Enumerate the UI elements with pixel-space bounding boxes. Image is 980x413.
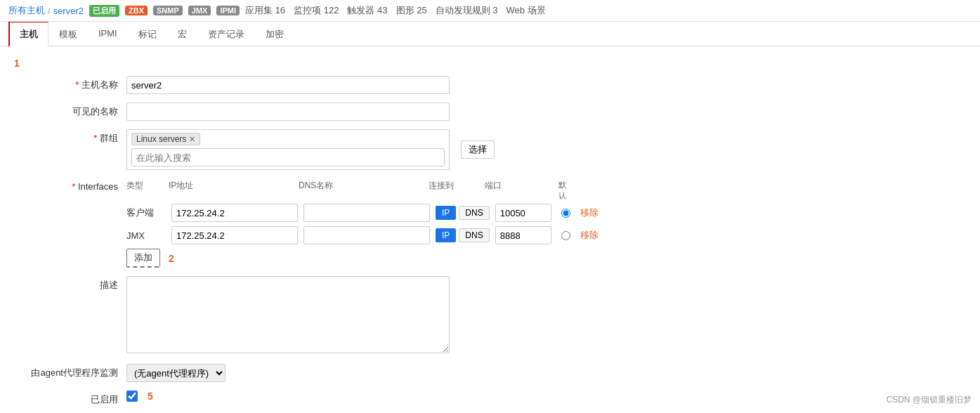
interfaces-row: Interfaces 类型 IP地址 DNS名称 连接到 端口 默认 客户端 I… (14, 178, 966, 268)
watermark: CSDN @烟锁重楼旧梦 (886, 394, 972, 406)
tab-macro[interactable]: 宏 (167, 22, 197, 46)
group-row: 群组 Linux servers ✕ 选择 (14, 129, 966, 170)
breadcrumb: 所有主机 / server2 (8, 4, 84, 17)
nav-trigger[interactable]: 触发器 43 (347, 4, 387, 17)
tab-encrypt[interactable]: 加密 (255, 22, 294, 46)
col-port-header: 端口 (485, 180, 548, 201)
interface-connect-ip-2[interactable]: IP (436, 228, 456, 242)
tab-host[interactable]: 主机 (8, 22, 48, 46)
interface-connect-dns-1[interactable]: DNS (459, 206, 489, 220)
interface-connect-ip-1[interactable]: IP (436, 206, 456, 220)
step5-label: 5 (148, 391, 153, 402)
badge-snmp: SNMP (153, 6, 183, 15)
agent-field: (无agent代理程序) (126, 364, 966, 382)
interfaces-label: Interfaces (14, 178, 126, 192)
nav-discovery[interactable]: 自动发现规则 3 (436, 4, 498, 17)
visible-name-row: 可见的名称 (14, 103, 966, 121)
badge-zbx: ZBX (125, 6, 148, 15)
main-content: 1 主机名称 可见的名称 群组 Linux servers ✕ 选择 I (0, 46, 980, 413)
agent-label: 由agent代理程序监测 (14, 364, 126, 379)
nav-web[interactable]: Web 场景 (506, 4, 545, 17)
tab-ipmi[interactable]: IPMI (88, 22, 128, 46)
group-tags-container[interactable]: Linux servers ✕ (126, 129, 450, 170)
group-search-input[interactable] (131, 148, 445, 166)
interface-type-1: 客户端 (126, 206, 169, 219)
host-name-label: 主机名称 (14, 76, 126, 91)
interface-remove-1[interactable]: 移除 (577, 206, 601, 219)
enabled-field: 5 (126, 391, 966, 402)
agent-select[interactable]: (无agent代理程序) (126, 364, 226, 382)
nav-app-set[interactable]: 应用集 16 (245, 4, 285, 17)
group-tag-text: Linux servers (136, 134, 186, 144)
visible-name-field (126, 103, 966, 121)
group-select-btn[interactable]: 选择 (461, 140, 495, 159)
host-name-row: 主机名称 (14, 76, 966, 94)
host-name-field (126, 76, 966, 94)
interface-port-2[interactable] (495, 226, 551, 244)
interfaces-header: 类型 IP地址 DNS名称 连接到 端口 默认 (126, 178, 966, 204)
desc-textarea[interactable] (126, 276, 450, 353)
badge-jmx: JMX (188, 6, 211, 15)
visible-name-input[interactable] (126, 103, 450, 121)
group-tag-remove[interactable]: ✕ (189, 135, 195, 144)
top-bar: 所有主机 / server2 已启用 ZBX SNMP JMX IPMI 应用集… (0, 0, 980, 22)
host-name-input[interactable] (126, 76, 450, 94)
status-badge-enabled: 已启用 (89, 5, 119, 17)
interface-port-1[interactable] (495, 204, 551, 222)
desc-field (126, 276, 966, 355)
enabled-checkbox-row: 5 (126, 391, 966, 402)
add-row: 添加 2 (126, 249, 966, 268)
col-default-header: 默认 (548, 180, 576, 201)
tab-asset[interactable]: 资产记录 (197, 22, 255, 46)
group-field: Linux servers ✕ 选择 (126, 129, 966, 170)
tab-tag[interactable]: 标记 (128, 22, 167, 46)
tab-bar: 主机 模板 IPMI 标记 宏 资产记录 加密 (0, 22, 980, 46)
interface-dns-2[interactable] (303, 226, 430, 244)
badge-ipmi: IPMI (216, 6, 240, 15)
breadcrumb-sep: / (48, 6, 51, 16)
breadcrumb-all-hosts[interactable]: 所有主机 (8, 4, 45, 17)
interfaces-field: 类型 IP地址 DNS名称 连接到 端口 默认 客户端 IP DNS 移除 JM (126, 178, 966, 268)
nav-monitor[interactable]: 监控项 122 (294, 4, 339, 17)
group-label: 群组 (14, 129, 126, 145)
col-ip-header: IP地址 (169, 180, 299, 201)
interface-ip-2[interactable] (171, 226, 298, 244)
interface-radio-1[interactable] (561, 209, 570, 218)
breadcrumb-server[interactable]: server2 (53, 6, 84, 16)
interface-remove-2[interactable]: 移除 (577, 229, 601, 242)
enabled-checkbox[interactable] (126, 391, 138, 402)
desc-row: 描述 (14, 276, 966, 355)
desc-label: 描述 (14, 276, 126, 291)
interface-type-2: JMX (126, 230, 169, 241)
col-dns-header: DNS名称 (299, 180, 429, 201)
visible-name-label: 可见的名称 (14, 103, 126, 118)
agent-row: 由agent代理程序监测 (无agent代理程序) (14, 364, 966, 382)
interface-radio-2[interactable] (561, 231, 570, 240)
interface-dns-1[interactable] (303, 204, 430, 222)
add-interface-btn[interactable]: 添加 (126, 249, 160, 268)
interface-row-1: 客户端 IP DNS 移除 (126, 204, 966, 222)
tab-template[interactable]: 模板 (48, 22, 88, 46)
top-nav: 应用集 16 监控项 122 触发器 43 图形 25 自动发现规则 3 Web… (245, 4, 546, 17)
enabled-row: 已启用 5 (14, 391, 966, 406)
step1-label: 1 (14, 58, 966, 69)
interface-ip-1[interactable] (171, 204, 298, 222)
col-type-header: 类型 (126, 180, 169, 201)
nav-graph[interactable]: 图形 25 (396, 4, 427, 17)
interface-connect-dns-2[interactable]: DNS (459, 228, 489, 242)
enabled-label: 已启用 (14, 391, 126, 406)
group-tag-linux: Linux servers ✕ (131, 133, 200, 145)
interface-row-2: JMX IP DNS 移除 (126, 226, 966, 244)
step2-label: 2 (169, 253, 174, 264)
col-connect-header: 连接到 (429, 180, 485, 201)
